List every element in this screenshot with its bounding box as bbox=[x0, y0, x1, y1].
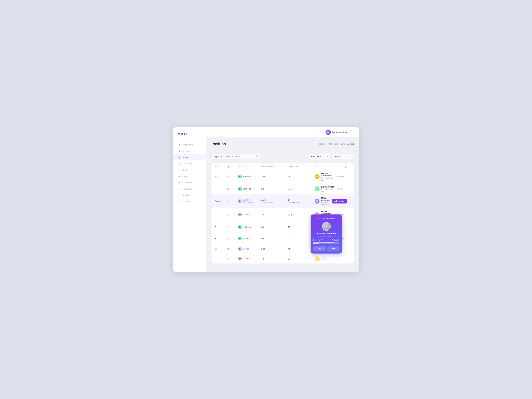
content-area: Position Position › Position List › Juni… bbox=[206, 137, 359, 272]
edu-text: Master bbox=[243, 214, 249, 216]
sidebar-label-dashboard: Dashboard bbox=[182, 144, 193, 146]
cell-sex: F bbox=[215, 237, 226, 240]
cell-resume: 40 bbox=[261, 214, 288, 216]
status-cell: M Mary Abraham Delivery 1 days ago Add t… bbox=[315, 197, 347, 205]
sort-icon-sex: ⇅ bbox=[219, 166, 220, 167]
sidebar-label-account: Account bbox=[182, 150, 190, 152]
logout-button[interactable] bbox=[350, 130, 354, 134]
col-status: Status bbox=[315, 165, 344, 168]
collection-icon: ✦ bbox=[178, 181, 181, 184]
cell-resume: 73 bbox=[261, 258, 288, 260]
sidebar-item-dashboard[interactable]: ⊞ Dashboard bbox=[173, 141, 206, 148]
table-row[interactable]: F 20 B Bachelor 20 54.5 E Emma Abbot Del… bbox=[211, 183, 354, 195]
sidebar-item-collection[interactable]: ✦ Collection bbox=[173, 179, 206, 186]
sidebar-label-settings: Settings bbox=[182, 200, 190, 203]
candidate-name: Emma Abbot bbox=[321, 186, 336, 188]
edu-dot-icon: B bbox=[238, 187, 242, 191]
page-header: Position Position › Position List › Juni… bbox=[211, 142, 354, 146]
breadcrumb-sep1: › bbox=[326, 143, 327, 145]
username-label: DarrenHC.Shen bbox=[332, 131, 348, 133]
status-filter[interactable]: Status ▾ bbox=[332, 154, 354, 159]
breadcrumb-list: Position List bbox=[328, 143, 338, 145]
candidate-info: Mary Abraham Delivery 1 days ago bbox=[321, 197, 330, 205]
main-area: D DarrenHC.Shen Position Position › Posi… bbox=[206, 127, 359, 272]
sidebar: MATE ⊞ Dashboard ♟ Account 🔒 Position ◎ … bbox=[173, 127, 206, 272]
cell-edu: B Master bbox=[238, 237, 261, 240]
col-action bbox=[344, 165, 350, 168]
avg-score-label: Average Score bbox=[261, 202, 288, 203]
intro-icon: ◈ bbox=[178, 175, 181, 177]
confirm-yes-button[interactable]: YES bbox=[313, 246, 326, 251]
sort-icon-video: ⇅ bbox=[299, 166, 300, 167]
user-menu[interactable]: D DarrenHC.Shen bbox=[325, 129, 348, 135]
table-row[interactable]: F 30 M Master 73 80 ◎ bbox=[211, 254, 354, 264]
popup-delivery-time: Delivery 1 days ago bbox=[313, 235, 340, 237]
status-badge: Finished bbox=[337, 176, 344, 177]
candidate-delivery-time: Delivery 1 days ago bbox=[321, 202, 330, 205]
table-row[interactable]: Famle 28 D Doctor of Philosophy 43.5Aver… bbox=[211, 195, 354, 208]
logo-prefix: M bbox=[177, 132, 181, 136]
cell-resume: 43.5Average Score bbox=[261, 199, 288, 203]
table-row[interactable]: M 35 B Bachelor 70.5 95 D Darren Alerand… bbox=[211, 170, 354, 183]
filters-bar: Education ▾ Status ▾ bbox=[211, 154, 354, 159]
sidebar-item-live-video[interactable]: ◎ Live Video bbox=[173, 160, 206, 167]
status-cell: D Darren Alerander Delivery 1 hours ago … bbox=[315, 172, 344, 181]
confirm-no-button[interactable]: NO bbox=[327, 246, 340, 251]
cell-edu: B Bachelor bbox=[238, 175, 261, 178]
candidate-name: Darren Alerander bbox=[321, 172, 336, 177]
sidebar-nav: ⊞ Dashboard ♟ Account 🔒 Position ◎ Live … bbox=[173, 141, 206, 205]
sidebar-item-chat[interactable]: ◌ Chat bbox=[173, 167, 206, 173]
sidebar-item-account[interactable]: ♟ Account bbox=[173, 148, 206, 154]
candidate-avatar: M bbox=[315, 199, 320, 204]
edu-text: Doctor of Philosophy bbox=[243, 199, 261, 203]
sidebar-label-collection: Collection bbox=[182, 181, 192, 184]
edu-dot-icon: B bbox=[238, 175, 242, 178]
video-label: Video bbox=[332, 239, 337, 241]
breadcrumb-current: Junior Captain bbox=[341, 143, 354, 145]
cell-age: 35 bbox=[226, 175, 238, 178]
sidebar-item-position[interactable]: 🔒 Position bbox=[173, 154, 206, 160]
cell-resume: 54.5 bbox=[261, 248, 288, 250]
sidebar-item-feedback[interactable]: ♪ Feedback bbox=[173, 186, 206, 192]
notification-bell[interactable] bbox=[317, 129, 323, 135]
sidebar-item-statistics[interactable]: ♬ Statistics bbox=[173, 192, 206, 198]
candidate-avatar: E bbox=[315, 186, 320, 191]
sidebar-item-intro[interactable]: ◈ Intro bbox=[173, 173, 206, 179]
edu-dot-icon: B bbox=[238, 225, 242, 229]
add-to-live-button[interactable]: Add to live bbox=[332, 199, 347, 203]
cell-video: 73Average Score bbox=[288, 199, 315, 203]
candidate-avatar: D bbox=[315, 174, 320, 179]
popup-scores: Resume 80 Video 20 bbox=[313, 239, 340, 241]
breadcrumb-sep2: › bbox=[339, 143, 340, 145]
action-circle-button[interactable]: ◎ bbox=[321, 256, 326, 261]
status-badge: Finished bbox=[337, 188, 344, 190]
status-filter-label: Status bbox=[335, 155, 341, 158]
col-sex: Sex ⇅ bbox=[215, 165, 226, 168]
popup-avatar: N bbox=[322, 222, 331, 231]
sidebar-item-settings[interactable]: ⚙ Settings bbox=[173, 198, 206, 205]
candidate-avatar bbox=[315, 256, 320, 261]
breadcrumb: Position › Position List › Junior Captai… bbox=[318, 143, 354, 145]
cell-edu: B Bachelor bbox=[238, 225, 261, 229]
avatar-image: D bbox=[325, 129, 331, 135]
col-video: Video Score ⇅ bbox=[288, 165, 315, 168]
education-filter[interactable]: Education ▾ bbox=[309, 154, 330, 159]
candidate-name: Olivia Ackerman bbox=[321, 210, 336, 215]
edu-text: Master bbox=[243, 258, 249, 260]
search-box bbox=[211, 154, 260, 159]
video-score: 80 bbox=[288, 258, 315, 260]
candidate-name: Mary Abraham bbox=[321, 197, 330, 202]
table-header: Sex ⇅ Age ⇅ Education Resume Score ⇅ Vid… bbox=[211, 163, 354, 170]
resume-score: 73 bbox=[261, 258, 288, 260]
edu-dot-icon: M bbox=[238, 213, 242, 216]
cell-video: 54.5 bbox=[288, 188, 315, 190]
col-edu: Education bbox=[238, 165, 261, 168]
face-icon: E bbox=[315, 186, 320, 191]
cell-age: 28 bbox=[226, 200, 238, 203]
resume-score: 80 bbox=[261, 226, 288, 228]
search-input[interactable] bbox=[214, 155, 254, 158]
resume-value: 80 bbox=[321, 239, 323, 241]
video-score: 70.5 bbox=[288, 214, 315, 216]
video-score: 54.5 bbox=[288, 188, 315, 190]
edu-text: Bachelor bbox=[243, 188, 251, 190]
